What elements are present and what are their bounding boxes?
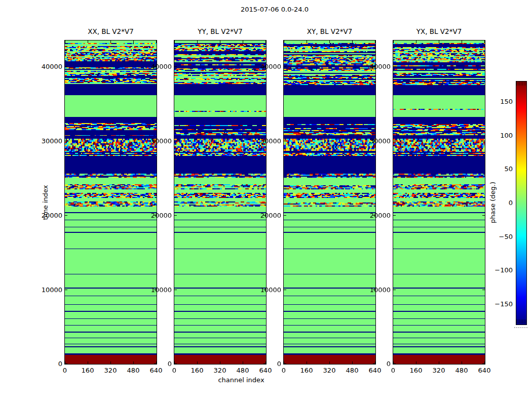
- x-tick-label: 480: [127, 367, 140, 374]
- x-tick-label: 0: [282, 367, 286, 374]
- panel-title-xy: XY, BL V2*V7: [283, 27, 376, 35]
- y-tick-label: 30000: [260, 137, 281, 145]
- x-tick-label: 160: [191, 367, 204, 374]
- x-tick-label: 320: [323, 367, 336, 374]
- colorbar-tick-label: 0: [509, 199, 513, 207]
- y-tick-label: 40000: [370, 63, 391, 70]
- heatmap-panel-xx: [64, 40, 157, 364]
- x-tick-label: 160: [82, 367, 94, 374]
- x-tick-label: 0: [63, 367, 67, 374]
- x-tick-label: 640: [259, 367, 272, 374]
- panel-title-xx: XX, BL V2*V7: [64, 27, 157, 35]
- heatmap-panel-xy: [283, 40, 376, 364]
- y-tick-label: 10000: [151, 286, 172, 294]
- colorbar-extend-dots: [514, 327, 527, 328]
- colorbar-tick-label: −150: [495, 300, 513, 308]
- panel-title-yy: YY, BL V2*V7: [174, 27, 267, 35]
- figure-title: 2015-07-06 0.0-24.0: [65, 6, 484, 13]
- x-tick-label: 480: [237, 367, 249, 374]
- colorbar-tick-label: 100: [500, 131, 513, 139]
- y-tick-label: 0: [277, 360, 281, 368]
- colorbar-tick-label: 50: [504, 165, 513, 173]
- colorbar-tick-label: −100: [495, 266, 513, 274]
- x-tick-label: 640: [150, 367, 163, 374]
- y-tick-label: 20000: [370, 212, 391, 219]
- y-tick-label: 0: [387, 360, 391, 368]
- y-tick-label: 30000: [370, 137, 391, 145]
- x-tick-label: 320: [214, 367, 226, 374]
- x-tick-label: 480: [346, 367, 359, 374]
- heatmap-panel-yy: [174, 40, 267, 364]
- colorbar-under-hatch: [516, 319, 526, 323]
- y-tick-label: 20000: [151, 212, 172, 219]
- y-tick-label: 10000: [42, 286, 62, 294]
- y-tick-label: 10000: [370, 286, 391, 294]
- heatmap-panel-yx: [393, 40, 485, 364]
- colorbar-over-hatch: [516, 82, 526, 86]
- y-tick-label: 40000: [42, 63, 62, 70]
- y-tick-label: 40000: [151, 63, 172, 70]
- x-tick-label: 480: [455, 367, 468, 374]
- colorbar-tick-label: −50: [499, 232, 513, 240]
- y-tick-label: 30000: [42, 137, 62, 145]
- x-tick-label: 320: [433, 367, 445, 374]
- y-axis-label: time index: [42, 185, 49, 220]
- x-tick-label: 160: [410, 367, 423, 374]
- y-tick-label: 30000: [151, 137, 172, 145]
- x-tick-label: 320: [104, 367, 117, 374]
- panel-title-yx: YX, BL V2*V7: [393, 27, 485, 35]
- y-tick-label: 20000: [260, 212, 281, 219]
- x-tick-label: 160: [300, 367, 313, 374]
- y-tick-label: 40000: [260, 63, 281, 70]
- figure: 2015-07-06 0.0-24.0 XX, BL V2*V7 YY, BL …: [0, 0, 532, 405]
- y-tick-label: 0: [58, 360, 62, 368]
- x-axis-label: channel index: [218, 376, 264, 384]
- x-tick-label: 640: [369, 367, 382, 374]
- x-tick-label: 640: [478, 367, 491, 374]
- y-tick-label: 0: [168, 360, 172, 368]
- x-tick-label: 0: [391, 367, 395, 374]
- x-tick-label: 0: [172, 367, 176, 374]
- colorbar-tick-label: 150: [500, 98, 513, 105]
- y-tick-label: 10000: [260, 286, 281, 294]
- colorbar-label: phase (deg.): [489, 182, 497, 223]
- colorbar: [516, 81, 527, 325]
